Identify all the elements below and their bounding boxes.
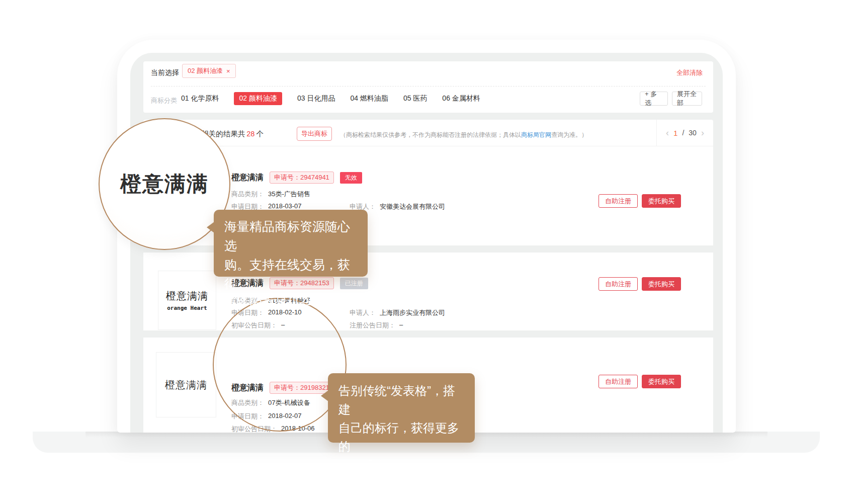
results-disclaimer: （商标检索结果仅供参考，不作为商标能否注册的法律依据；具体以商标局官网查询为准。… [340,131,587,139]
callout-line: 自己的标行，获得更多的 [338,418,464,456]
disclaimer-prefix: （商标检索结果仅供参考，不作为商标能否注册的法律依据；具体以 [340,131,521,138]
multi-select-button[interactable]: + 多选 [640,92,668,106]
magnified-trademark-text: 橙意满满 [120,170,209,198]
entrust-buy-button[interactable]: 委托购买 [642,194,681,208]
results-summary-unit: 个 [256,130,264,138]
callout-line: 更多的交易机会 [224,293,357,312]
tile-trademark-text: 橙意满满 [165,378,207,392]
self-register-button[interactable]: 自助注册 [599,277,638,291]
clear-all-link[interactable]: 全部清除 [676,68,703,77]
field-value: 上海雨步实业有限公司 [380,308,445,317]
trademark-image-tile[interactable]: 橙意满满 [156,352,216,417]
category-label: 商标分类 [151,96,177,105]
export-trademarks-button[interactable]: 导出商标 [297,127,332,141]
entrust-buy-button[interactable]: 委托购买 [642,277,681,291]
field-value: – [399,321,403,330]
field-label: 商品类别： [231,190,264,199]
self-register-button[interactable]: 自助注册 [599,375,638,388]
trademark-office-link[interactable]: 商标局官网 [521,131,551,138]
status-badge: 无效 [340,172,362,184]
callout-bubble-promotion: 告别传统“发表格”，搭建 自己的标行，获得更多的 推广机会 [328,373,475,443]
callout-bubble-marketplace: 海量精品商标资源随心选 购。支持在线交易，获得 更多的交易机会 [214,210,368,277]
magnifier-lens-ring [213,298,347,432]
prev-page-icon[interactable]: ‹ [666,128,669,137]
field-label: 注册公告日期： [350,321,395,330]
selected-filter-chip-label: 02 颜料油漆 [188,66,223,75]
trademark-image-tile[interactable]: 橙意满满 orange Heart [158,271,216,330]
field-reg-notice-date: 注册公告日期： – [350,321,403,330]
expand-all-button[interactable]: 展开全部 [672,92,702,106]
application-number-tag: 申请号：29474941 [270,172,334,184]
pagination: ‹ 1 / 30 › [656,120,713,146]
category-item-03[interactable]: 03 日化用品 [297,94,335,103]
callout-line: 推广机会 [338,456,464,474]
category-item-02-active[interactable]: 02 颜料油漆 [234,92,282,105]
bubble-tail [207,222,214,233]
current-page: 1 [673,129,677,137]
page: 当前选择 02 颜料油漆 × 全部清除 商标分类 01 化学原料 02 颜料油漆… [0,0,853,504]
table-row-title: 橙意满满 申请号：29474941 无效 [231,172,362,184]
category-item-04[interactable]: 04 燃料油脂 [350,94,388,103]
category-list: 01 化学原料 02 颜料油漆 03 日化用品 04 燃料油脂 05 医药 06… [181,92,480,105]
callout-line: 购。支持在线交易，获得 [224,255,357,293]
next-page-icon[interactable]: › [701,128,704,137]
field-applicant: 申请人： 上海雨步实业有限公司 [350,308,445,317]
current-selection-label: 当前选择 [151,68,179,77]
trademark-name[interactable]: 橙意满满 [231,173,264,183]
total-pages: 30 [689,129,697,137]
tile-trademark-text: 橙意满满 [166,289,208,303]
disclaimer-suffix: 查询为准。） [551,131,587,138]
self-register-button[interactable]: 自助注册 [599,194,638,208]
results-header-divider [143,146,713,146]
category-item-01[interactable]: 01 化学原料 [181,94,219,103]
category-item-05[interactable]: 05 医药 [403,94,427,103]
tile-trademark-subtext: orange Heart [167,305,207,311]
bubble-tail [321,390,328,401]
field-value: 安徽美达会展有限公司 [380,202,445,211]
callout-line: 海量精品商标资源随心选 [224,217,357,255]
page-separator: / [682,129,684,137]
callout-line: 告别传统“发表格”，搭建 [338,381,464,418]
field-value: 35类-广告销售 [268,190,310,199]
chip-close-icon[interactable]: × [226,67,230,75]
selected-filter-chip[interactable]: 02 颜料油漆 × [182,64,236,78]
category-item-06[interactable]: 06 金属材料 [442,94,480,103]
field-category: 商品类别： 35类-广告销售 [231,190,310,199]
results-count: 28 [245,130,256,138]
entrust-buy-button[interactable]: 委托购买 [642,375,681,388]
filter-divider [151,86,706,87]
